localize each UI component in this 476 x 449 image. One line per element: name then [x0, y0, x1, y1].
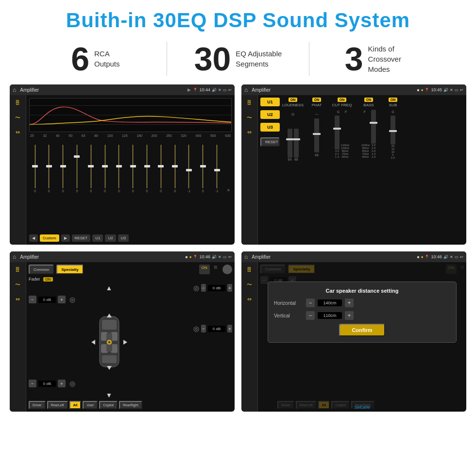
fader-btn-rearleft[interactable]: RearLeft	[47, 401, 68, 409]
fader-btn-rearright[interactable]: RearRight	[119, 401, 142, 409]
dialog-confirm-btn[interactable]: Confirm	[339, 324, 385, 336]
fader-btn-user[interactable]: User	[83, 401, 98, 409]
fader-btn-all[interactable]: All	[69, 401, 82, 409]
back-icon-4[interactable]: ↩	[460, 255, 463, 259]
minimize-icon-4[interactable]: ▭	[455, 255, 459, 259]
eq-slider-2[interactable]: 0	[45, 145, 53, 193]
eq-slider-1[interactable]: 0	[31, 145, 39, 193]
eq-arrows-icon[interactable]: ⇔	[16, 129, 20, 135]
fader-minus-1[interactable]: −	[29, 296, 36, 303]
amp-content: 🎚 〜 ⇔ U1 U2 U3 RESET ON LOUDNESS	[241, 95, 466, 245]
eq-slider-6[interactable]: 0	[101, 145, 109, 193]
dialog-horizontal-plus[interactable]: +	[345, 299, 354, 307]
close-icon-1[interactable]: ✕	[218, 88, 221, 92]
eq-slider-11[interactable]: 0	[171, 145, 179, 193]
dialog-tab-specialty[interactable]: Specialty	[288, 265, 315, 274]
amp-panel-bass: ON BASS FG 100Hz 90Hz 80Hz 70Hz 60Hz	[357, 98, 381, 242]
eq-u3-btn[interactable]: U3	[118, 234, 129, 242]
eq-play-btn[interactable]: ▶	[61, 234, 70, 242]
minimize-icon-2[interactable]: ▭	[455, 88, 459, 92]
close-icon-3[interactable]: ✕	[218, 255, 221, 259]
eq-reset-btn[interactable]: RESET	[72, 234, 91, 242]
eq-slider-12[interactable]: -1	[185, 145, 193, 193]
fader-minus-2[interactable]: −	[29, 380, 36, 387]
amp-reset-btn[interactable]: RESET	[260, 137, 280, 147]
fader-plus-2[interactable]: +	[58, 380, 66, 387]
seicane-watermark: Seicane	[354, 405, 370, 410]
eq-slider-8[interactable]: 0	[129, 145, 137, 193]
screen1-title: Amplifier	[20, 87, 186, 93]
back-icon-3[interactable]: ↩	[228, 255, 232, 259]
bass-label: BASS	[363, 103, 374, 107]
home-icon-1[interactable]: ⌂	[13, 86, 16, 93]
amp-channel-u2[interactable]: U2	[260, 110, 280, 119]
fader-minus-4[interactable]: −	[201, 325, 206, 333]
cutfreq-on-badge[interactable]: ON	[338, 98, 347, 102]
bass-on-badge[interactable]: ON	[364, 98, 374, 102]
amp-arrows-icon[interactable]: ⇔	[247, 129, 252, 135]
eq-prev-btn[interactable]: ◀	[29, 234, 38, 242]
close-icon-4[interactable]: ✕	[450, 255, 453, 259]
eq-slider-13[interactable]: 0	[199, 145, 207, 193]
eq-label-500: 500	[210, 134, 216, 137]
back-icon-1[interactable]: ↩	[228, 88, 232, 92]
eq-expand-icon[interactable]: »	[227, 187, 230, 193]
amp-wave-icon[interactable]: 〜	[247, 114, 252, 121]
dialog-arrows-icon[interactable]: ⇔	[247, 296, 252, 302]
close-icon-2[interactable]: ✕	[450, 88, 453, 92]
fader-tab-specialty[interactable]: Specialty	[56, 265, 83, 274]
minimize-icon-3[interactable]: ▭	[223, 255, 227, 259]
eq-u1-btn[interactable]: U1	[92, 234, 103, 242]
fader-tune-icon[interactable]: 🎚	[15, 266, 21, 273]
location-icon-3: 📍	[193, 255, 198, 259]
fader-btn-copilot[interactable]: Copilot	[99, 401, 118, 409]
eq-u2-btn[interactable]: U2	[105, 234, 116, 242]
eq-slider-7[interactable]: 0	[115, 145, 123, 193]
home-icon-3[interactable]: ⌂	[13, 253, 16, 260]
eq-slider-3[interactable]: 0	[59, 145, 67, 193]
sub-on-badge[interactable]: ON	[389, 98, 398, 102]
phat-on-badge[interactable]: ON	[312, 98, 322, 102]
eq-wave-icon[interactable]: 〜	[15, 114, 20, 121]
fader-minus-3[interactable]: −	[201, 284, 206, 292]
dialog-tune-icon[interactable]: 🎚	[246, 266, 253, 273]
eq-label-50: 50	[68, 134, 72, 137]
loudness-on-badge[interactable]: ON	[289, 98, 298, 102]
eq-tune-icon[interactable]: 🎚	[15, 99, 21, 106]
amp-tune-icon[interactable]: 🎚	[246, 99, 253, 106]
eq-label-160: 160	[136, 134, 142, 137]
fader-wave-icon[interactable]: 〜	[15, 281, 20, 288]
eq-custom-btn[interactable]: Custom	[40, 234, 59, 242]
amp-channel-u3[interactable]: U3	[260, 123, 280, 132]
dialog-vertical-plus[interactable]: +	[345, 311, 354, 320]
fader-arrows-icon[interactable]: ⇔	[16, 296, 20, 302]
eq-slider-14[interactable]: -1	[213, 145, 221, 193]
eq-slider-9[interactable]: 0	[143, 145, 151, 193]
home-icon-4[interactable]: ⌂	[244, 253, 248, 260]
back-icon-2[interactable]: ↩	[460, 88, 463, 92]
time-3: 10:46	[199, 254, 210, 259]
eq-slider-4[interactable]: 5	[73, 145, 81, 193]
fader-tab-common[interactable]: Common	[29, 265, 54, 274]
amp-channel-u1[interactable]: U1	[260, 98, 280, 106]
dialog-vertical-minus[interactable]: −	[306, 311, 315, 320]
fader-down-btn[interactable]: ▼	[29, 391, 189, 399]
status-icons-2: ■ ● 📍 10:45 🔊 ✕ ▭ ↩	[417, 87, 463, 92]
eq-slider-10[interactable]: 0	[157, 145, 165, 193]
play-icon-1[interactable]: ▶	[187, 87, 191, 92]
fader-up-btn[interactable]: ▲	[29, 284, 189, 292]
dialog-tab-common[interactable]: Common	[260, 265, 286, 274]
fader-on-badge: ON	[199, 265, 210, 274]
stat-crossover: 3 Kinds ofCrossover Modes	[314, 42, 447, 75]
home-icon-2[interactable]: ⌂	[244, 86, 248, 93]
cutfreq-label: CUT FREQ	[332, 103, 352, 107]
fader-plus-3[interactable]: +	[227, 284, 232, 292]
fader-btn-driver[interactable]: Driver	[29, 401, 46, 409]
dialog-wave-icon[interactable]: 〜	[247, 281, 252, 288]
dialog-horizontal-minus[interactable]: −	[306, 299, 315, 307]
fader-plus-4[interactable]: +	[227, 325, 232, 333]
minimize-icon-1[interactable]: ▭	[223, 88, 227, 92]
eq-slider-5[interactable]: 0	[87, 145, 95, 193]
fader-plus-1[interactable]: +	[58, 296, 66, 303]
amp-panel-phat: ON PHAT — 48	[306, 98, 327, 242]
